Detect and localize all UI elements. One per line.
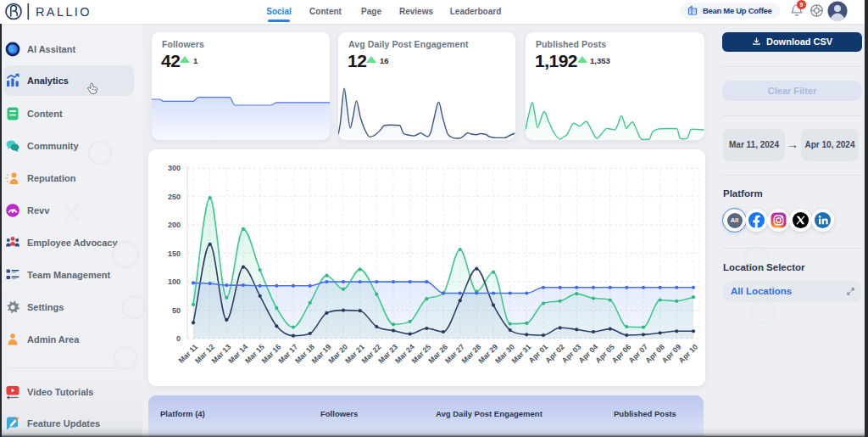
- svg-text:250: 250: [168, 193, 181, 201]
- svg-text:0: 0: [176, 334, 181, 343]
- svg-text:300: 300: [168, 164, 181, 172]
- svg-text:100: 100: [168, 277, 181, 286]
- svg-text:50: 50: [172, 306, 181, 315]
- svg-text:150: 150: [168, 249, 181, 258]
- svg-text:200: 200: [168, 221, 181, 229]
- svg-text:RALLIO: RALLIO: [36, 5, 92, 19]
- svg-text:Apr 10: Apr 10: [677, 343, 700, 366]
